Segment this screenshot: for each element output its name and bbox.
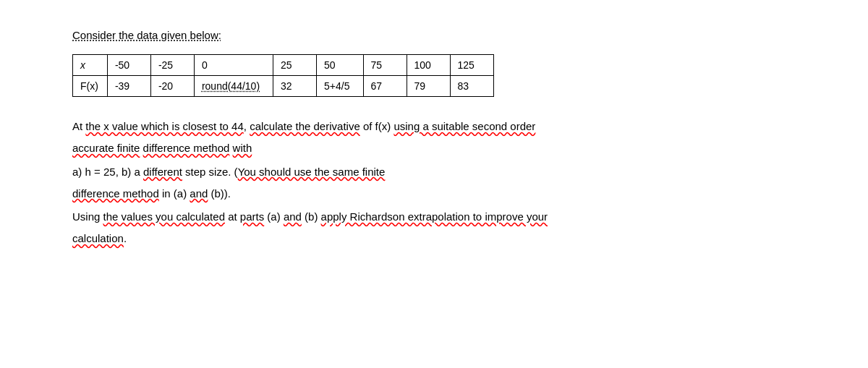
paragraph-3: a) h = 25, b) a different step size. (Yo… <box>72 163 796 181</box>
page-title: Consider the data given below: <box>72 29 796 41</box>
cell-x-75: 75 <box>363 55 407 76</box>
cell-fx-n50: -39 <box>107 76 150 97</box>
page-container: Consider the data given below: x -50 -25… <box>0 0 868 281</box>
cell-fx-0: round(44/10) <box>194 76 273 97</box>
cell-fx-75: 67 <box>363 76 407 97</box>
cell-fx-125: 83 <box>450 76 493 97</box>
problem-text: At the x value which is closest to 44, c… <box>72 117 796 249</box>
table-row-fx: F(x) -39 -20 round(44/10) 32 5+4/5 67 79… <box>73 76 494 97</box>
paragraph-5: Using the values you calculated at parts… <box>72 207 796 226</box>
cell-fx-label: F(x) <box>73 76 108 97</box>
cell-x-125: 125 <box>450 55 493 76</box>
data-table: x -50 -25 0 25 50 75 100 125 F(x) -39 -2… <box>72 54 494 97</box>
cell-fx-25: 32 <box>273 76 317 97</box>
paragraph-2: accurate finite difference method with <box>72 139 796 158</box>
cell-fx-50: 5+4/5 <box>317 76 363 97</box>
paragraph-4: difference method in (a) and (b)). <box>72 184 796 203</box>
cell-x-25: 25 <box>273 55 317 76</box>
cell-fx-n25: -20 <box>150 76 194 97</box>
paragraph-1: At the x value which is closest to 44, c… <box>72 117 796 136</box>
table-row-x: x -50 -25 0 25 50 75 100 125 <box>73 55 494 76</box>
cell-x-label: x <box>73 55 108 76</box>
cell-fx-100: 79 <box>407 76 450 97</box>
paragraph-6: calculation. <box>72 229 796 248</box>
cell-x-n50: -50 <box>107 55 150 76</box>
cell-x-0: 0 <box>194 55 273 76</box>
cell-x-n25: -25 <box>150 55 194 76</box>
cell-x-50: 50 <box>317 55 363 76</box>
cell-x-100: 100 <box>407 55 450 76</box>
